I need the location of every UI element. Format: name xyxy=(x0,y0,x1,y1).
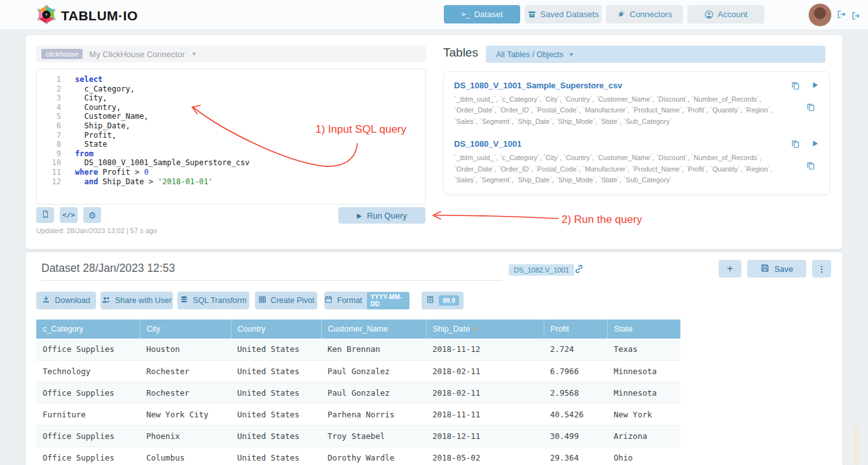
table-cell: Phoenix xyxy=(140,425,231,447)
connector-selector[interactable]: clickhouse My ClickHouse Connector ▼ xyxy=(36,46,426,62)
table-cell: Office Supplies xyxy=(36,382,140,403)
sql-code: from xyxy=(75,149,93,159)
toolbar-share-with-user-button[interactable]: Share with User xyxy=(100,292,173,309)
sql-code: City, xyxy=(75,93,107,103)
play-icon[interactable] xyxy=(811,81,819,90)
nav-account[interactable]: Account xyxy=(687,5,764,24)
toolbar-value-badge: 99.9 xyxy=(439,295,458,306)
main-nav: >_DatasetSaved DatasetsConnectorsAccount xyxy=(444,5,764,24)
sql-code: DS_1080_V_1001_Sample_Superstore_csv xyxy=(75,158,250,168)
sql-line: 11where Profit > 0 xyxy=(37,168,425,177)
logo-text: TABLUM·IO xyxy=(61,8,138,24)
table-list-item: DS_1080_V_1001`_tblm_uuid_`, `c_Category… xyxy=(444,133,829,191)
new-query-button[interactable] xyxy=(36,207,54,223)
column-header-ship-date[interactable]: Ship_Date▲ xyxy=(426,320,544,339)
sql-code: c_Category, xyxy=(75,84,135,94)
table-name-link[interactable]: DS_1080_V_1001_Sample_Superstore_csv xyxy=(454,81,623,90)
play-icon[interactable] xyxy=(811,140,819,149)
kebab-icon: ⋮ xyxy=(818,264,826,274)
dataset-title: Dataset 28/Jan/2023 12:53 xyxy=(41,262,175,275)
line-number: 2 xyxy=(37,84,61,94)
dataset-id-badge: DS_1082.V_1001 xyxy=(509,264,574,276)
sql-code: Customer_Name, xyxy=(75,112,149,121)
copy-icon[interactable] xyxy=(791,140,800,149)
table-row[interactable]: FurnitureNew York CityUnited StatesParhe… xyxy=(36,403,680,425)
logo[interactable]: TABLUM·IO xyxy=(37,5,138,27)
table-cell: United States xyxy=(231,447,321,465)
table-cell: New York xyxy=(607,403,680,425)
nav-label: Saved Datasets xyxy=(541,10,599,19)
toolbar-precision-button[interactable]: 99.9 xyxy=(422,292,464,309)
toolbar-create-pivot-button[interactable]: Create Pivot xyxy=(255,292,317,309)
table-cell: 2018-11-12 xyxy=(426,339,544,360)
tables-filter-dropdown[interactable]: All Tables / Objects ▼ xyxy=(486,46,825,63)
run-query-button[interactable]: ▶ Run Query xyxy=(338,207,425,224)
table-cell: 30.499 xyxy=(544,425,607,447)
column-header-profit[interactable]: Profit xyxy=(544,320,607,339)
column-header-state[interactable]: State xyxy=(607,320,680,339)
more-options-button[interactable]: ⋮ xyxy=(812,260,831,278)
nav-saved-datasets[interactable]: Saved Datasets xyxy=(525,5,602,24)
sql-editor[interactable]: 1select2 c_Category,3 City,4 Country,5 C… xyxy=(36,69,426,205)
sign-out-icon[interactable] xyxy=(851,11,860,23)
table-cell: United States xyxy=(231,403,321,425)
toolbar-label: Create Pivot xyxy=(271,296,315,305)
table-cell: 6.7966 xyxy=(544,360,607,382)
table-cell: 2.724 xyxy=(544,339,607,360)
table-cell: Columbus xyxy=(140,447,231,465)
table-cell: United States xyxy=(231,425,321,447)
table-columns-list: `_tblm_uuid_`, `c_Category`, `City`, `Co… xyxy=(454,152,790,185)
table-cell: 29.364 xyxy=(544,447,607,465)
copy-icon[interactable] xyxy=(791,81,800,90)
table-cell: Dorothy Wardle xyxy=(321,447,426,465)
table-row[interactable]: TechnologyRochesterUnited StatesPaul Gon… xyxy=(36,360,680,382)
plus-icon: + xyxy=(727,262,733,275)
code-icon: </> xyxy=(62,211,75,219)
format-code-button[interactable]: </> xyxy=(60,207,78,223)
nav-dataset[interactable]: >_Dataset xyxy=(444,5,520,24)
toolbar-download-button[interactable]: Download xyxy=(36,292,96,309)
sql-line: 2 c_Category, xyxy=(37,84,425,94)
column-header-customer-name[interactable]: Customer_Name xyxy=(321,320,426,339)
table-cell: Rochester xyxy=(140,382,231,403)
sql-code: and Ship_Date > '2018-01-01' xyxy=(75,177,213,187)
link-icon[interactable] xyxy=(574,264,584,277)
annotation-step1: 1) Input SQL query xyxy=(315,123,406,136)
copy-icon[interactable] xyxy=(806,103,815,114)
toolbar-label: SQL Transform xyxy=(193,296,246,305)
chevron-down-icon: ▼ xyxy=(568,51,574,58)
scrollbar-thumb[interactable] xyxy=(853,426,860,465)
table-cell: Troy Staebel xyxy=(321,425,426,447)
table-cell: 2.9568 xyxy=(544,382,607,403)
column-header-city[interactable]: City xyxy=(140,320,231,339)
line-number: 6 xyxy=(37,121,61,131)
query-settings-button[interactable]: ⚙ xyxy=(83,207,101,223)
table-row[interactable]: Office SuppliesPhoenixUnited StatesTroy … xyxy=(36,425,680,447)
table-cell: Minnesota xyxy=(607,382,680,403)
copy-icon[interactable] xyxy=(806,161,815,173)
table-row[interactable]: Office SuppliesHoustonUnited StatesKen B… xyxy=(36,339,680,360)
column-header-country[interactable]: Country xyxy=(231,320,321,339)
line-number: 7 xyxy=(37,131,61,140)
sign-out-icon[interactable] xyxy=(837,10,846,22)
sql-line: 12 and Ship_Date > '2018-01-01' xyxy=(37,177,425,187)
chevron-down-icon: ▼ xyxy=(191,51,197,57)
connector-type-badge: clickhouse xyxy=(41,49,83,59)
column-header-c-category[interactable]: c_Category xyxy=(36,320,140,339)
nav-connectors[interactable]: Connectors xyxy=(606,5,683,24)
result-table: c_CategoryCityCountryCustomer_NameShip_D… xyxy=(36,320,680,465)
toolbar-format-button[interactable]: FormatYYYY-MM-DD xyxy=(324,292,410,309)
avatar[interactable] xyxy=(808,3,832,27)
terminal-icon: >_ xyxy=(461,10,469,18)
nav-label: Account xyxy=(718,10,748,19)
database-icon xyxy=(180,295,188,306)
table-row[interactable]: Office SuppliesRochesterUnited StatesPau… xyxy=(36,382,680,403)
table-name-link[interactable]: DS_1080_V_1001 xyxy=(454,139,521,149)
add-button[interactable]: + xyxy=(719,260,741,278)
calculator-icon xyxy=(426,295,434,306)
result-table-header: c_CategoryCityCountryCustomer_NameShip_D… xyxy=(36,320,680,339)
table-row[interactable]: Office SuppliesColumbusUnited StatesDoro… xyxy=(36,447,680,465)
archive-icon xyxy=(528,10,536,18)
save-button[interactable]: Save xyxy=(747,260,806,278)
toolbar-sql-transform-button[interactable]: SQL Transform xyxy=(177,292,249,309)
